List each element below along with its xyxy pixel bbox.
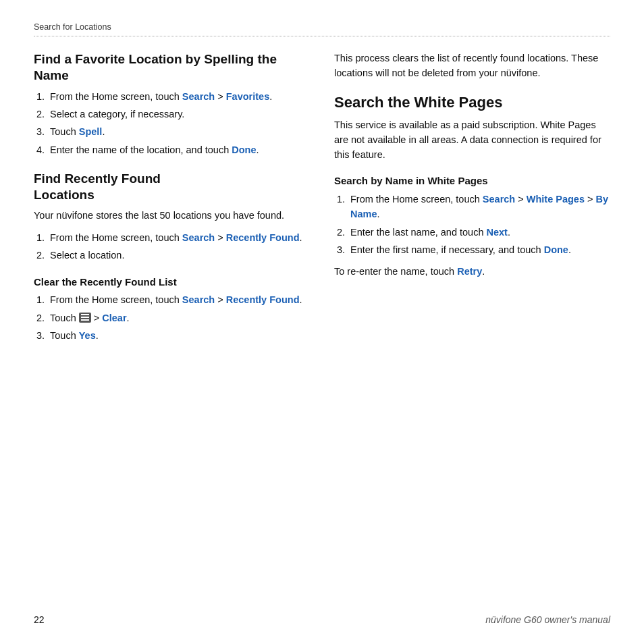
cl-step3-end: . (96, 330, 99, 341)
search-link-2[interactable]: Search (182, 232, 215, 243)
list-item: Enter the first name, if necessary, and … (348, 242, 610, 257)
rf-step1-before: From the Home screen, touch (50, 232, 182, 243)
list-item: Touch Spell. (47, 124, 310, 139)
search-by-name-heading: Search by Name in White Pages (334, 174, 610, 188)
breadcrumb-bar: Search for Locations (34, 20, 610, 36)
favorites-link[interactable]: Favorites (226, 91, 269, 102)
retry-end: . (482, 266, 485, 277)
cl-step2-sep: > (91, 313, 103, 323)
left-column: Find a Favorite Location by Spelling the… (34, 51, 310, 350)
list-item: From the Home screen, touch Search > Rec… (47, 292, 310, 307)
manual-title: nüvifone G60 owner's manual (485, 614, 610, 625)
retry-text: To re-enter the name, touch Retry. (334, 265, 610, 279)
section-search-by-name: Search by Name in White Pages From the H… (334, 174, 610, 279)
spell-link[interactable]: Spell (79, 126, 103, 137)
page-container: Search for Locations Find a Favorite Loc… (0, 0, 644, 644)
step3-before: Touch (50, 126, 79, 137)
white-pages-link[interactable]: White Pages (527, 194, 585, 205)
cl-step1-before: From the Home screen, touch (50, 294, 182, 305)
search-link-1[interactable]: Search (182, 91, 215, 102)
find-favorite-steps: From the Home screen, touch Search > Fav… (47, 89, 310, 158)
rf-step2-text: Select a location. (50, 250, 124, 261)
clear-link[interactable]: Clear (102, 313, 126, 323)
menu-icon (79, 313, 91, 323)
retry-before: To re-enter the name, touch (334, 266, 457, 277)
list-item: From the Home screen, touch Search > Whi… (348, 192, 610, 222)
list-item: Enter the name of the location, and touc… (47, 142, 310, 157)
recently-found-intro: Your nüvifone stores the last 50 locatio… (34, 209, 310, 223)
next-link[interactable]: Next (487, 227, 508, 238)
step1-end: . (269, 91, 272, 102)
search-link-4[interactable]: Search (483, 194, 515, 205)
list-item: Select a location. (47, 248, 310, 263)
step4-end: . (256, 144, 259, 155)
cl-step2-before: Touch (50, 313, 79, 323)
white-pages-heading: Search the White Pages (334, 93, 610, 112)
recently-found-link-1[interactable]: Recently Found (226, 232, 300, 243)
search-link-3[interactable]: Search (182, 294, 215, 305)
rf-step1-end: . (300, 232, 302, 243)
find-favorite-heading: Find a Favorite Location by Spelling the… (34, 51, 310, 84)
page-footer: 22 nüvifone G60 owner's manual (34, 614, 610, 625)
sbn-step1-sep1: > (515, 194, 527, 205)
search-by-name-steps: From the Home screen, touch Search > Whi… (348, 192, 610, 258)
clear-list-heading: Clear the Recently Found List (34, 275, 310, 289)
list-item: Touch > Clear. (47, 311, 310, 325)
step1-text-before: From the Home screen, touch (50, 91, 182, 102)
step2-text: Select a category, if necessary. (50, 109, 184, 119)
two-column-layout: Find a Favorite Location by Spelling the… (34, 51, 610, 350)
done-link-1[interactable]: Done (232, 144, 256, 155)
sbn-step3-before: Enter the first name, if necessary, and … (350, 244, 544, 255)
breadcrumb: Search for Locations (34, 22, 111, 32)
right-intro-text: This process clears the list of recently… (334, 51, 610, 81)
list-item: From the Home screen, touch Search > Rec… (47, 230, 310, 245)
step3-end: . (102, 126, 105, 137)
sbn-step1-before: From the Home screen, touch (350, 194, 483, 205)
recently-found-heading: Find Recently FoundLocations (34, 171, 310, 203)
done-link-2[interactable]: Done (544, 244, 568, 255)
sbn-step1-end: . (377, 209, 380, 219)
yes-link[interactable]: Yes (79, 330, 96, 341)
recently-found-link-2[interactable]: Recently Found (226, 294, 300, 305)
sbn-step2-before: Enter the last name, and touch (350, 227, 487, 238)
section-white-pages: Search the White Pages This service is a… (334, 93, 610, 163)
step4-before: Enter the name of the location, and touc… (50, 144, 232, 155)
white-pages-intro: This service is available as a paid subs… (334, 118, 610, 162)
sbn-step3-end: . (568, 244, 571, 255)
page-number: 22 (34, 614, 45, 625)
list-item: Enter the last name, and touch Next. (348, 225, 610, 240)
clear-list-steps: From the Home screen, touch Search > Rec… (47, 292, 310, 343)
list-item: Touch Yes. (47, 328, 310, 343)
retry-link[interactable]: Retry (457, 266, 482, 277)
recently-found-steps: From the Home screen, touch Search > Rec… (47, 230, 310, 263)
sbn-step1-sep2: > (585, 194, 596, 205)
section-clear-list: Clear the Recently Found List From the H… (34, 275, 310, 344)
list-item: From the Home screen, touch Search > Fav… (47, 89, 310, 104)
step1-sep: > (215, 91, 226, 102)
list-item: Select a category, if necessary. (47, 107, 310, 122)
cl-step1-end: . (300, 294, 302, 305)
cl-step3-before: Touch (50, 330, 79, 341)
sbn-step2-end: . (508, 227, 510, 238)
rf-step1-sep: > (215, 232, 226, 243)
section-find-favorite: Find a Favorite Location by Spelling the… (34, 51, 310, 157)
section-recently-found: Find Recently FoundLocations Your nüvifo… (34, 171, 310, 263)
right-column: This process clears the list of recently… (334, 51, 610, 350)
cl-step1-sep: > (215, 294, 226, 305)
cl-step2-end: . (127, 313, 130, 323)
